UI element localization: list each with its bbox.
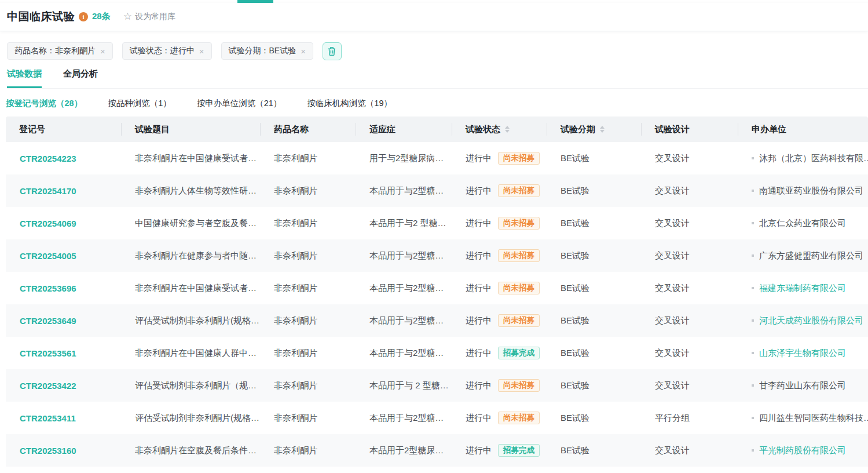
column-label: 试验状态 [466,124,500,135]
column-header[interactable]: 申办单位 [738,117,868,142]
trial-title-cell: 中国健康研究参与者空腹及餐… [122,207,261,239]
subtab[interactable]: 按品种浏览（1） [108,98,171,109]
sponsor-name[interactable]: 甘李药业山东有限公司 [759,380,846,391]
column-header[interactable]: 适应症 [356,117,452,142]
registration-id-link[interactable]: CTR20253160 [6,434,122,467]
filter-bar: 药品名称：非奈利酮片 × 试验状态：进行中 × 试验分期：BE试验 × [7,42,868,60]
table-row[interactable]: CTR20253696 非奈利酮片在中国健康受试者… 非奈利酮片 本品用于与2型… [6,272,868,304]
design-cell: 交叉设计 [642,369,738,402]
indication-cell: 本品用于与 2 型糖… [356,369,452,402]
trial-title-cell: 评估受试制剂非奈利酮片（规… [122,369,261,402]
sponsor-name[interactable]: 北京仁众药业有限公司 [759,218,846,229]
indication-cell: 本品用于与2型糖… [356,174,452,207]
subtab[interactable]: 按临床机构浏览（19） [307,98,392,109]
drug-name-cell: 非奈利酮片 [261,337,356,369]
sponsor-name[interactable]: 沐邦（北京）医药科技有限… [759,153,868,164]
status-text: 进行中 [466,315,492,326]
sponsor-cell: 福建东瑞制药有限公司 [738,272,868,304]
sponsor-name[interactable]: 山东泽宇生物有限公司 [759,348,846,359]
tab-inactive[interactable]: 全局分析 [63,68,98,88]
sponsor-name[interactable]: 福建东瑞制药有限公司 [759,283,846,294]
recruitment-badge: 尚未招募 [498,282,540,295]
indication-cell: 本品用于与2型糖… [356,337,452,369]
remove-filter-icon[interactable]: × [301,47,306,56]
bullet-icon [752,157,754,159]
indication-cell: 本品用于2型糖尿… [356,434,452,467]
design-cell: 交叉设计 [642,142,738,174]
table-header-row: 登记号 试验题目 药品名称 适应症 试验状态 试验分期 [6,117,868,142]
table-row[interactable]: CTR20253411 评估受试制剂非奈利酮片(规格… 非奈利酮片 本品用于与2… [6,402,868,434]
drug-name-cell: 非奈利酮片 [261,272,356,304]
registration-id-link[interactable]: CTR20253649 [6,304,122,337]
sort-icon[interactable] [505,126,510,133]
sponsor-name[interactable]: 河北天成药业股份有限公司 [759,315,863,326]
sort-icon[interactable] [600,126,605,133]
indication-cell: 本品用于与2型糖… [356,272,452,304]
subtab[interactable]: 按申办单位浏览（21） [197,98,282,109]
recruitment-badge: 尚未招募 [498,249,540,263]
table-row[interactable]: CTR20253160 非奈利酮片在空腹及餐后条件… 非奈利酮片 本品用于2型糖… [6,434,868,467]
filter-tag: 试验分期：BE试验 × [221,42,313,60]
registration-id-link[interactable]: CTR20253561 [6,337,122,369]
column-header[interactable]: 药品名称 [261,117,356,142]
filter-tag-label: 药品名称：非奈利酮片 [14,46,96,56]
sponsor-name[interactable]: 南通联亚药业股份有限公司 [759,185,863,197]
registration-id-link[interactable]: CTR20253411 [6,402,122,434]
subtab[interactable]: 按登记号浏览（28） [6,98,82,109]
top-tab-strip [0,0,868,2]
status-cell: 进行中 尚未招募 [452,174,547,207]
registration-id-link[interactable]: CTR20253422 [6,369,122,402]
sponsor-cell: 北京仁众药业有限公司 [738,207,868,239]
registration-id-link[interactable]: CTR20254223 [6,142,122,174]
registration-id-link[interactable]: CTR20254005 [6,239,122,272]
table-row[interactable]: CTR20254223 非奈利酮片在中国健康受试者… 非奈利酮片 用于与2型糖尿… [6,142,868,174]
indication-cell: 本品用于与2型糖… [356,402,452,434]
column-label: 试验设计 [655,124,690,135]
set-favorite-button[interactable]: ☆ 设为常用库 [123,12,175,22]
table-row[interactable]: CTR20253649 评估受试制剂非奈利酮片(规格… 非奈利酮片 本品用于与2… [6,304,868,337]
filter-tag: 药品名称：非奈利酮片 × [7,42,113,60]
star-icon: ☆ [123,12,132,21]
result-count: 28条 [92,11,111,22]
status-cell: 进行中 尚未招募 [452,369,547,402]
column-header[interactable]: 试验状态 [452,117,547,142]
sponsor-name[interactable]: 平光制药股份有限公司 [759,445,846,456]
recruitment-badge: 尚未招募 [498,379,540,392]
bullet-icon [752,449,754,452]
registration-id-link[interactable]: CTR20254069 [6,207,122,239]
column-label: 适应症 [369,124,395,135]
active-top-tab-indicator[interactable] [237,0,273,3]
sponsor-cell: 广东方盛健盟药业有限公司 [738,239,868,272]
info-icon[interactable]: i [79,12,88,21]
table-row[interactable]: CTR20254005 非奈利酮片在健康参与者中随… 非奈利酮片 本品用于与2型… [6,239,868,272]
table-row[interactable]: CTR20253422 评估受试制剂非奈利酮片（规… 非奈利酮片 本品用于与 2… [6,369,868,402]
clear-all-filters-button[interactable] [323,42,342,60]
column-label: 试验分期 [561,124,595,135]
bullet-icon [752,417,754,419]
status-cell: 进行中 尚未招募 [452,304,547,337]
column-header[interactable]: 试验题目 [122,117,261,142]
status-cell: 进行中 尚未招募 [452,402,547,434]
phase-cell: BE试验 [547,272,642,304]
main-tabs: 试验数据全局分析 [7,68,868,89]
filter-tag: 试验状态：进行中 × [122,42,212,60]
registration-id-link[interactable]: CTR20254170 [6,174,122,207]
table-row[interactable]: CTR20253561 非奈利酮片在中国健康人群中… 非奈利酮片 本品用于与2型… [6,337,868,369]
column-header[interactable]: 登记号 [6,117,122,142]
table-row[interactable]: CTR20254170 非奈利酮片人体生物等效性研… 非奈利酮片 本品用于与2型… [6,174,868,207]
drug-name-cell: 非奈利酮片 [261,434,356,467]
sponsor-name[interactable]: 四川益生智同医药生物科技… [759,413,868,424]
remove-filter-icon[interactable]: × [199,47,204,56]
column-header[interactable]: 试验设计 [642,117,738,142]
recruitment-badge: 尚未招募 [498,412,540,425]
design-cell: 交叉设计 [642,239,738,272]
sponsor-name[interactable]: 广东方盛健盟药业有限公司 [759,250,863,261]
table-row[interactable]: CTR20254069 中国健康研究参与者空腹及餐… 非奈利酮片 本品用于与2 … [6,207,868,239]
bullet-icon [752,190,754,192]
drug-name-cell: 非奈利酮片 [261,369,356,402]
column-header[interactable]: 试验分期 [547,117,642,142]
registration-id-link[interactable]: CTR20253696 [6,272,122,304]
remove-filter-icon[interactable]: × [100,47,105,56]
drug-name-cell: 非奈利酮片 [261,402,356,434]
tab-active[interactable]: 试验数据 [7,68,42,88]
